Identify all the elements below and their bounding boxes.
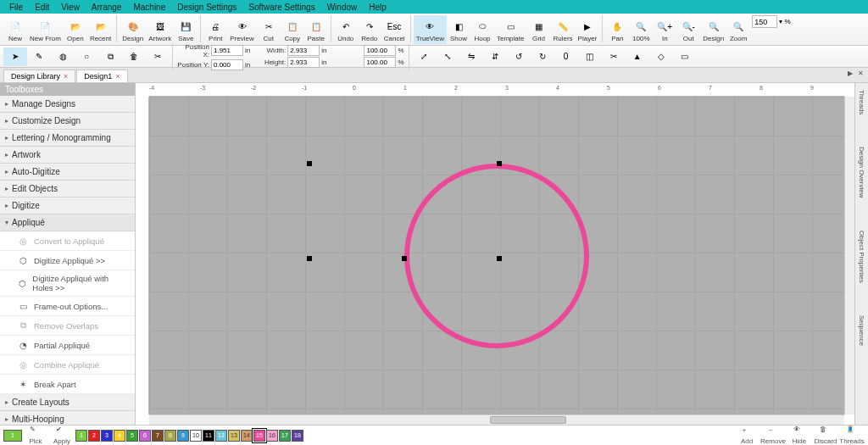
toolbox-group-edit-objects[interactable]: Edit Objects: [0, 181, 135, 197]
outline-button[interactable]: ○Outline: [75, 47, 98, 66]
swatch-9[interactable]: 9: [177, 430, 189, 442]
side-tab-sequence[interactable]: Sequence: [857, 312, 866, 349]
scrollbar-vertical[interactable]: [844, 97, 854, 414]
btn-button[interactable]: 0: [554, 47, 578, 66]
swatch-10[interactable]: 10: [190, 430, 202, 442]
mirror-y-button[interactable]: ⇵Mirror Y: [483, 47, 507, 66]
toolbox-group-multi-hooping[interactable]: Multi-Hooping: [0, 411, 135, 425]
swatch-2[interactable]: 2: [88, 430, 100, 442]
swatch-7[interactable]: 7: [152, 430, 164, 442]
reshape-button[interactable]: ✎Reshape: [27, 47, 51, 66]
fill-button[interactable]: ◍Fill: [51, 47, 75, 66]
menu-edit[interactable]: Edit: [29, 3, 55, 12]
open-button[interactable]: 📂Open: [64, 15, 87, 44]
pick-button[interactable]: ✎Pick: [23, 426, 48, 445]
swatch-3[interactable]: 3: [101, 430, 113, 442]
toolbox-group-digitize[interactable]: Digitize: [0, 197, 135, 214]
swatch-15[interactable]: 15: [253, 430, 265, 442]
mirror-x-button[interactable]: ⇋Mirror X: [459, 47, 483, 66]
zoom-button[interactable]: 🔍Zoom: [726, 15, 750, 44]
zoom-input[interactable]: ▾ %: [752, 15, 790, 28]
new-from-button[interactable]: 📄New From: [27, 15, 64, 44]
motif-button[interactable]: ◇Motif: [649, 47, 673, 66]
menu-design-settings[interactable]: Design Settings: [171, 3, 242, 12]
tab-design1[interactable]: Design1×: [76, 70, 127, 82]
swatch-17[interactable]: 17: [279, 430, 291, 442]
copy-button[interactable]: 📋Copy: [281, 15, 304, 44]
delete-button[interactable]: 🗑Delete: [122, 47, 146, 66]
remove-button[interactable]: －Remove: [760, 426, 786, 445]
tab-design-library[interactable]: Design Library×: [3, 70, 75, 82]
swatch-12[interactable]: 12: [215, 430, 227, 442]
size-10--button[interactable]: ⤢Size +10%: [412, 47, 436, 66]
selection-handle[interactable]: [497, 256, 502, 261]
right-15--button[interactable]: ↻Right 15°: [531, 47, 554, 66]
trim-button[interactable]: ✂Trim: [602, 47, 626, 66]
duplicate-button[interactable]: ⧉Duplicate: [98, 47, 122, 66]
trueview-button[interactable]: 👁TrueView: [414, 15, 447, 44]
active-color[interactable]: 1: [3, 430, 22, 442]
menu-software-settings[interactable]: Software Settings: [242, 3, 320, 12]
selected-design[interactable]: [404, 164, 589, 348]
tab-close-icon[interactable]: ✕: [856, 69, 865, 77]
save-button[interactable]: 💾Save: [174, 15, 198, 44]
undo-button[interactable]: ↶Undo: [334, 15, 358, 44]
design-button[interactable]: 🔍Design: [700, 15, 726, 44]
tab-scroll-right-icon[interactable]: ▶: [846, 69, 854, 77]
preview-button[interactable]: 👁Preview: [227, 15, 256, 44]
swatch-18[interactable]: 18: [292, 430, 303, 442]
selection-handle[interactable]: [497, 161, 502, 166]
in-button[interactable]: 🔍+In: [653, 15, 676, 44]
menu-window[interactable]: Window: [321, 3, 364, 12]
close-icon[interactable]: ×: [115, 72, 120, 81]
toolbox-group-customize-design[interactable]: Customize Design: [0, 113, 135, 130]
threads-button[interactable]: 🧵Threads: [839, 426, 865, 445]
swatch-1[interactable]: 1: [75, 430, 87, 442]
border-button[interactable]: ▭Border: [673, 47, 697, 66]
toolbox-item-partial-appliqu-[interactable]: ◔Partial Appliqué: [0, 336, 135, 355]
swatch-4[interactable]: 4: [114, 430, 125, 442]
redo-button[interactable]: ↷Redo: [358, 15, 381, 44]
side-tab-object-properties[interactable]: Object Properties: [857, 227, 866, 286]
canvas[interactable]: [149, 97, 844, 414]
swatch-14[interactable]: 14: [241, 430, 253, 442]
left-15--button[interactable]: ↺Left 15°: [507, 47, 531, 66]
player-button[interactable]: ▶Player: [576, 15, 600, 44]
toolbox-group-manage-designs[interactable]: Manage Designs: [0, 96, 135, 113]
swatch-8[interactable]: 8: [164, 430, 176, 442]
menu-help[interactable]: Help: [363, 3, 392, 12]
scrollbar-horizontal[interactable]: [149, 414, 844, 425]
corners-button[interactable]: ◫Corners: [578, 47, 602, 66]
cancel-button[interactable]: EscCancel: [381, 15, 408, 44]
underlay-button[interactable]: ▲Underlay: [626, 47, 649, 66]
crop-button[interactable]: ✂Crop: [146, 47, 170, 66]
paste-button[interactable]: 📋Paste: [304, 15, 328, 44]
size-10--button[interactable]: ⤡Size -10%: [436, 47, 459, 66]
new-button[interactable]: 📄New: [3, 15, 27, 44]
out-button[interactable]: 🔍-Out: [676, 15, 700, 44]
menu-machine[interactable]: Machine: [127, 3, 171, 12]
100--button[interactable]: 🔍100%: [629, 15, 653, 44]
menu-file[interactable]: File: [3, 3, 29, 12]
close-icon[interactable]: ×: [64, 72, 68, 81]
print-button[interactable]: 🖨Print: [203, 15, 227, 44]
hide-button[interactable]: 👁Hide: [787, 426, 812, 445]
swatch-11[interactable]: 11: [203, 430, 214, 442]
selection-handle[interactable]: [402, 256, 407, 261]
swatch-16[interactable]: 16: [266, 430, 278, 442]
toolbox-item-frame-out-options-[interactable]: ▭Frame-out Options...: [0, 297, 135, 316]
toolbox-item-digitize-appliqu-with-holes-[interactable]: ⬡Digitize Appliqué with Holes >>: [0, 270, 135, 297]
rulers-button[interactable]: 📏Rulers: [550, 15, 575, 44]
grid-button[interactable]: ▦Grid: [526, 15, 550, 44]
swatch-6[interactable]: 6: [139, 430, 151, 442]
side-tab-design-overview[interactable]: Design Overview: [857, 143, 866, 201]
discard-button[interactable]: 🗑Discard: [813, 426, 838, 445]
side-tab-threads[interactable]: Threads: [857, 86, 866, 118]
menu-arrange[interactable]: Arrange: [86, 3, 128, 12]
show-button[interactable]: ◧Show: [447, 15, 470, 44]
selection-handle[interactable]: [307, 161, 312, 166]
swatch-5[interactable]: 5: [126, 430, 138, 442]
swatch-13[interactable]: 13: [228, 430, 240, 442]
toolbox-item-break-apart[interactable]: ✶Break Apart: [0, 375, 135, 394]
menu-view[interactable]: View: [55, 3, 86, 12]
